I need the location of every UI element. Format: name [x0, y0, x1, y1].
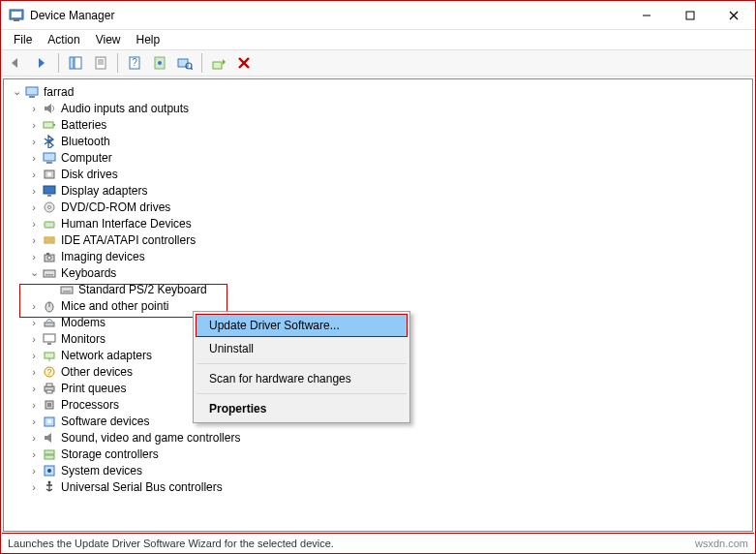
tree-category[interactable]: ›Batteries: [25, 116, 752, 133]
uninstall-button[interactable]: [232, 52, 256, 74]
menu-help[interactable]: Help: [130, 31, 167, 48]
svg-rect-7: [70, 57, 74, 69]
expand-icon[interactable]: ›: [27, 233, 41, 247]
svg-rect-52: [45, 323, 54, 326]
forward-button[interactable]: [30, 52, 53, 74]
tree-category[interactable]: ›Disk drives: [25, 166, 752, 182]
expand-icon[interactable]: ›: [27, 168, 41, 181]
tree-root[interactable]: ⌄ farrad ›Audio inputs and outputs›Batte…: [8, 83, 752, 495]
tree-device[interactable]: Standard PS/2 Keyboard: [43, 281, 752, 297]
tree-category[interactable]: ›Storage controllers: [25, 446, 752, 462]
minimize-button[interactable]: [624, 1, 668, 29]
svg-text:?: ?: [46, 367, 51, 377]
update-driver-button[interactable]: [207, 52, 230, 74]
app-icon: [9, 8, 24, 23]
tree-item-label: Modems: [61, 316, 106, 329]
system-icon: [42, 463, 57, 478]
tree-category[interactable]: ›IDE ATA/ATAPI controllers: [25, 231, 752, 248]
tree-category[interactable]: ›Audio inputs and outputs: [25, 100, 752, 116]
window-title: Device Manager: [30, 9, 624, 22]
printer-icon: [42, 381, 57, 396]
svg-point-65: [47, 419, 51, 423]
tree-category[interactable]: ›Computer: [25, 149, 752, 166]
help-button[interactable]: ?: [123, 52, 146, 74]
tree-category[interactable]: ›Human Interface Devices: [25, 215, 752, 231]
window-buttons: [624, 1, 755, 29]
tree-item-label: Software devices: [61, 415, 149, 428]
tree-category[interactable]: ›Sound, video and game controllers: [25, 429, 752, 446]
tree-category[interactable]: ⌄KeyboardsStandard PS/2 Keyboard: [25, 264, 752, 297]
svg-rect-36: [45, 237, 54, 243]
svg-rect-2: [14, 19, 19, 21]
expand-icon[interactable]: ›: [27, 217, 41, 231]
tree-item-label: Sound, video and game controllers: [61, 431, 240, 445]
collapse-icon[interactable]: ⌄: [10, 85, 23, 99]
context-uninstall[interactable]: Uninstall: [196, 337, 408, 360]
expand-icon[interactable]: ›: [27, 102, 41, 115]
expand-icon[interactable]: ›: [27, 118, 41, 132]
svg-rect-20: [213, 62, 222, 69]
tree-category[interactable]: ›Imaging devices: [25, 248, 752, 264]
collapse-icon[interactable]: ⌄: [27, 266, 41, 280]
toolbar-separator: [58, 53, 59, 73]
svg-rect-54: [47, 343, 51, 345]
menu-action[interactable]: Action: [41, 31, 86, 48]
svg-point-40: [47, 256, 51, 260]
expand-icon[interactable]: ›: [27, 447, 41, 461]
back-button[interactable]: [5, 52, 28, 74]
expand-icon[interactable]: ›: [27, 365, 41, 379]
expand-icon[interactable]: ›: [27, 299, 41, 313]
help-sheet-button[interactable]: [148, 52, 171, 74]
context-separator: [197, 393, 407, 394]
mouse-icon: [42, 298, 57, 314]
computer-icon: [24, 84, 40, 100]
maximize-button[interactable]: [668, 1, 711, 29]
tree-area[interactable]: ⌄ farrad ›Audio inputs and outputs›Batte…: [3, 78, 753, 532]
tree-item-label: Imaging devices: [61, 250, 145, 263]
svg-line-19: [191, 68, 193, 70]
battery-icon: [42, 117, 57, 133]
tree-category[interactable]: ›System devices: [25, 462, 752, 478]
expand-icon[interactable]: ›: [27, 332, 41, 346]
expand-icon[interactable]: ›: [27, 200, 41, 214]
properties-button[interactable]: [89, 52, 112, 74]
tree-category[interactable]: ›Display adapters: [25, 182, 752, 199]
menu-view[interactable]: View: [89, 31, 128, 48]
svg-rect-4: [686, 12, 694, 19]
svg-rect-32: [47, 195, 51, 197]
expand-icon[interactable]: ›: [27, 184, 41, 198]
menu-file[interactable]: File: [7, 31, 39, 48]
tree-item-label: Computer: [61, 151, 112, 165]
svg-rect-24: [29, 96, 35, 98]
svg-rect-23: [26, 87, 38, 95]
context-update-driver[interactable]: Update Driver Software...: [196, 314, 408, 337]
scan-hardware-button[interactable]: [173, 52, 197, 74]
tree-category[interactable]: ›DVD/CD-ROM drives: [25, 199, 752, 215]
svg-rect-67: [45, 455, 54, 459]
svg-rect-1: [12, 12, 21, 17]
context-properties[interactable]: Properties: [196, 397, 408, 420]
expand-icon[interactable]: ›: [27, 398, 41, 412]
usb-icon: [42, 479, 57, 495]
expand-icon[interactable]: ›: [27, 250, 41, 263]
context-scan[interactable]: Scan for hardware changes: [196, 367, 408, 390]
close-button[interactable]: [711, 1, 755, 29]
camera-icon: [42, 249, 57, 264]
expand-icon[interactable]: ›: [27, 431, 41, 445]
expand-icon[interactable]: ›: [27, 151, 41, 165]
expand-icon[interactable]: ›: [27, 382, 41, 395]
tree-device-label: Standard PS/2 Keyboard: [78, 283, 207, 296]
expand-icon[interactable]: ›: [27, 135, 41, 148]
tree-category[interactable]: ›Bluetooth: [25, 133, 752, 149]
show-hide-tree-button[interactable]: [64, 52, 87, 74]
tree-category[interactable]: ›Universal Serial Bus controllers: [25, 478, 752, 495]
storage-icon: [42, 446, 57, 462]
expand-icon[interactable]: ›: [27, 349, 41, 362]
expand-icon[interactable]: ›: [27, 464, 41, 477]
expand-icon[interactable]: ›: [27, 415, 41, 428]
expand-icon[interactable]: ›: [27, 316, 41, 329]
toolbar-separator: [201, 53, 202, 73]
svg-rect-63: [47, 403, 51, 407]
expand-icon[interactable]: ›: [27, 480, 41, 494]
sound-icon: [42, 430, 57, 446]
